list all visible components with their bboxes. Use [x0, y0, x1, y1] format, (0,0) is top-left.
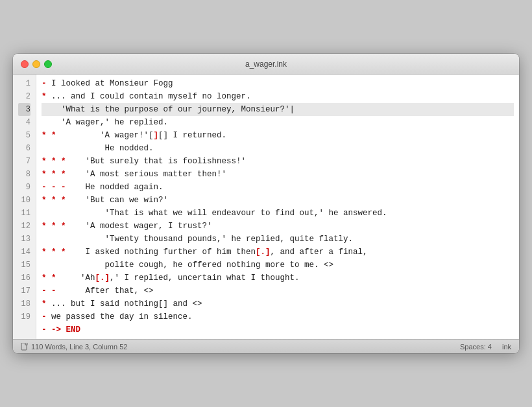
- text-content: He nodded.: [42, 142, 154, 155]
- file-icon: 110 Words, Line 3, Column 52: [21, 343, 127, 351]
- line-number: 7: [18, 155, 30, 168]
- svg-rect-1: [25, 343, 27, 345]
- line-number: 10: [18, 194, 30, 207]
- traffic-lights: [21, 60, 52, 68]
- line-number: 9: [18, 181, 30, 194]
- table-row: * * * 'A modest wager, I trust?': [42, 220, 514, 233]
- window-title: a_wager.ink: [245, 60, 287, 69]
- table-row: He nodded.: [42, 142, 514, 155]
- text-content: ,' I replied, uncertain what I thought.: [110, 272, 300, 285]
- line-number: 11: [18, 207, 30, 220]
- text-content: 'A wager!'[: [56, 129, 154, 142]
- text-content: After that, <>: [56, 285, 154, 297]
- text-content: , and after a final,: [271, 246, 368, 259]
- text-content: I looked at Monsieur Fogg: [51, 77, 173, 90]
- line-number: 13: [18, 233, 30, 246]
- table-row: 'A wager,' he replied.: [42, 116, 514, 129]
- code-content[interactable]: - I looked at Monsieur Fogg* ... and I c…: [36, 75, 519, 339]
- syntax-marker: * *: [42, 129, 56, 142]
- line-number: 4: [18, 116, 30, 129]
- line-number: 18: [18, 297, 30, 310]
- text-content: I asked nothing further of him then: [66, 246, 256, 259]
- table-row: 'Twenty thousand pounds,' he replied, qu…: [42, 233, 514, 246]
- text-content: polite cough, he offered nothing more to…: [42, 259, 333, 272]
- syntax-marker: * * *: [42, 155, 66, 168]
- minimize-button[interactable]: [32, 60, 40, 68]
- text-content: 'That is what we will endeavour to find …: [42, 207, 387, 220]
- text-content: 'A modest wager, I trust?': [66, 220, 212, 233]
- syntax-marker: *: [42, 90, 51, 103]
- syntax-marker: * * *: [42, 220, 66, 233]
- table-row: - - - He nodded again.: [42, 181, 514, 194]
- table-row: - - After that, <>: [42, 285, 514, 297]
- table-row: * * * 'But can we win?': [42, 194, 514, 207]
- text-content: 'What is the purpose of our journey, Mon…: [42, 103, 295, 116]
- maximize-button[interactable]: [44, 60, 52, 68]
- syntax-marker: * * *: [42, 246, 66, 259]
- table-row: * * * 'A most serious matter then!': [42, 168, 514, 181]
- line-number: 14: [18, 246, 30, 259]
- line-number: 3: [18, 103, 30, 116]
- syntax-marker: * * *: [42, 168, 66, 181]
- table-row: * ... but I said nothing[] and <>: [42, 297, 514, 310]
- statusbar-spaces: Spaces: 4: [460, 343, 492, 351]
- line-number: 19: [18, 310, 30, 323]
- line-number: 12: [18, 220, 30, 233]
- text-content: 'But surely that is foolishness!': [66, 155, 247, 168]
- syntax-marker: - - -: [42, 181, 66, 194]
- line-number: 16: [18, 272, 30, 285]
- line-number: 2: [18, 90, 30, 103]
- syntax-marker: - -: [42, 285, 56, 297]
- statusbar-info: 110 Words, Line 3, Column 52: [31, 343, 127, 351]
- line-number: 15: [18, 259, 30, 272]
- table-row: * * * 'But surely that is foolishness!': [42, 155, 514, 168]
- statusbar: 110 Words, Line 3, Column 52 Spaces: 4 i…: [13, 339, 519, 353]
- table-row: - we passed the day in silence.: [42, 310, 514, 323]
- syntax-marker: ]: [154, 129, 159, 142]
- statusbar-language: ink: [502, 343, 511, 351]
- syntax-marker: - -> END: [42, 323, 80, 336]
- table-row: 'What is the purpose of our journey, Mon…: [42, 103, 514, 116]
- text-content: 'A most serious matter then!': [66, 168, 227, 181]
- text-content: [] I returned.: [158, 129, 226, 142]
- text-content: 'But can we win?': [66, 194, 169, 207]
- table-row: polite cough, he offered nothing more to…: [42, 259, 514, 272]
- table-row: * * 'Ah[.],' I replied, uncertain what I…: [42, 272, 514, 285]
- line-numbers: 12345678910111213141516171819: [13, 75, 36, 339]
- table-row: - -> END: [42, 323, 514, 336]
- line-number: 5: [18, 129, 30, 142]
- statusbar-left: 110 Words, Line 3, Column 52: [21, 343, 127, 351]
- app-window: a_wager.ink 1234567891011121314151617181…: [13, 54, 519, 353]
- syntax-marker: [.]: [95, 272, 110, 285]
- titlebar: a_wager.ink: [13, 54, 519, 75]
- table-row: * * * I asked nothing further of him the…: [42, 246, 514, 259]
- text-content: He nodded again.: [66, 181, 163, 194]
- line-number: 1: [18, 77, 30, 90]
- text-content: ... and I could contain myself no longer…: [51, 90, 251, 103]
- text-content: 'A wager,' he replied.: [42, 116, 168, 129]
- table-row: * ... and I could contain myself no long…: [42, 90, 514, 103]
- table-row: 'That is what we will endeavour to find …: [42, 207, 514, 220]
- syntax-marker: -: [42, 310, 51, 323]
- editor-area[interactable]: 12345678910111213141516171819 - I looked…: [13, 75, 519, 339]
- text-content: 'Twenty thousand pounds,' he replied, qu…: [42, 233, 353, 246]
- table-row: - I looked at Monsieur Fogg: [42, 77, 514, 90]
- statusbar-right: Spaces: 4 ink: [460, 343, 511, 351]
- line-number: 17: [18, 285, 30, 297]
- text-content: 'Ah: [56, 272, 95, 285]
- syntax-marker: * *: [42, 272, 56, 285]
- syntax-marker: *: [42, 297, 51, 310]
- syntax-marker: -: [42, 77, 51, 90]
- text-content: ... but I said nothing[] and <>: [51, 297, 202, 310]
- line-number: 6: [18, 142, 30, 155]
- close-button[interactable]: [21, 60, 29, 68]
- text-content: we passed the day in silence.: [51, 310, 193, 323]
- table-row: * * 'A wager!'[][] I returned.: [42, 129, 514, 142]
- line-number: 8: [18, 168, 30, 181]
- syntax-marker: [.]: [256, 246, 271, 259]
- syntax-marker: * * *: [42, 194, 66, 207]
